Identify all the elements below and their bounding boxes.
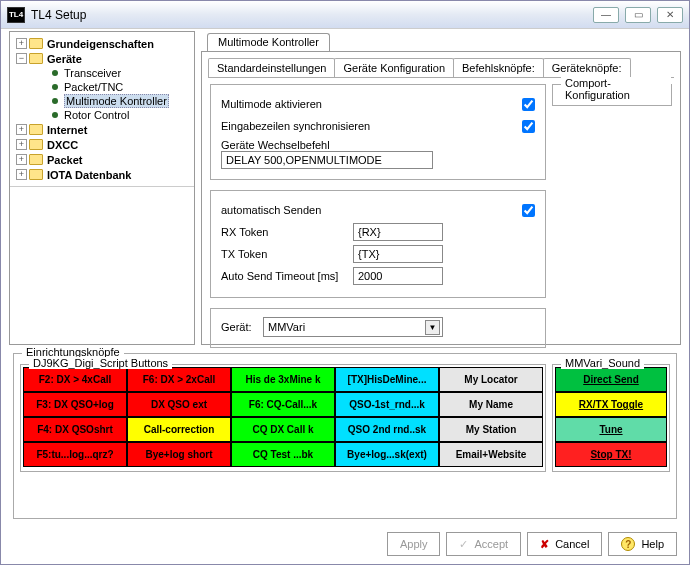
tree-label: Internet bbox=[47, 124, 87, 136]
macro-button[interactable]: Email+Website bbox=[439, 442, 543, 467]
setup-window: TL4 TL4 Setup — ▭ ✕ +Grundeigenschaften−… bbox=[0, 0, 690, 565]
apply-button[interactable]: Apply bbox=[387, 532, 441, 556]
minimize-button[interactable]: — bbox=[593, 7, 619, 23]
tx-label: TX Token bbox=[221, 248, 353, 260]
macro-button[interactable]: Bye+log...sk(ext) bbox=[335, 442, 439, 467]
macro-button[interactable]: F3: DX QSO+log bbox=[23, 392, 127, 417]
macro-button[interactable]: F6: DX > 2xCall bbox=[127, 367, 231, 392]
timeout-label: Auto Send Timeout [ms] bbox=[221, 270, 353, 282]
script-buttons-group: DJ9KG_Digi_Script Buttons F2: DX > 4xCal… bbox=[20, 364, 546, 472]
tree-label: Grundeigenschaften bbox=[47, 38, 154, 50]
activate-label: Multimode aktivieren bbox=[221, 98, 522, 110]
rx-label: RX Token bbox=[221, 226, 353, 238]
macro-button[interactable]: Call-correction bbox=[127, 417, 231, 442]
tree-node[interactable]: +Grundeigenschaften bbox=[12, 36, 192, 51]
macro-button[interactable]: F6: CQ-Call...k bbox=[231, 392, 335, 417]
tree-node[interactable]: +Packet bbox=[12, 152, 192, 167]
window-title: TL4 Setup bbox=[31, 8, 86, 22]
sound-button[interactable]: Direct Send bbox=[555, 367, 667, 392]
change-cmd-label: Geräte Wechselbefehl bbox=[221, 139, 535, 151]
tree-node[interactable]: +Internet bbox=[12, 122, 192, 137]
dialog-footer: Apply ✓ Accept ✘ Cancel ? Help bbox=[387, 532, 677, 556]
tree-child[interactable]: Transceiver bbox=[12, 66, 192, 80]
sound-button[interactable]: Stop TX! bbox=[555, 442, 667, 467]
tree-label: Rotor Control bbox=[64, 109, 129, 121]
macro-button[interactable]: F2: DX > 4xCall bbox=[23, 367, 127, 392]
script-buttons-legend: DJ9KG_Digi_Script Buttons bbox=[29, 357, 172, 369]
autosend-label: automatisch Senden bbox=[221, 204, 522, 216]
sound-legend: MMVari_Sound bbox=[561, 357, 644, 369]
cancel-button[interactable]: ✘ Cancel bbox=[527, 532, 602, 556]
macro-button[interactable]: His de 3xMine k bbox=[231, 367, 335, 392]
macro-button[interactable]: F4: DX QSOshrt bbox=[23, 417, 127, 442]
tree-node[interactable]: −Geräte bbox=[12, 51, 192, 66]
subtab[interactable]: Geräte Konfiguration bbox=[334, 58, 454, 77]
macro-button[interactable]: My Locator bbox=[439, 367, 543, 392]
expander-icon[interactable]: + bbox=[16, 154, 27, 165]
tree-child[interactable]: Multimode Kontroller bbox=[12, 94, 192, 108]
bullet-icon bbox=[52, 112, 58, 118]
tx-input[interactable] bbox=[353, 245, 443, 263]
tree-label: Geräte bbox=[47, 53, 82, 65]
subtab[interactable]: Standardeinstellungen bbox=[208, 58, 335, 77]
macro-button[interactable]: Bye+log short bbox=[127, 442, 231, 467]
change-cmd-input[interactable] bbox=[221, 151, 433, 169]
macro-button[interactable]: F5:tu...log...qrz? bbox=[23, 442, 127, 467]
subtab[interactable]: Geräteknöpfe: bbox=[543, 58, 631, 77]
device-select[interactable]: MMVari ▼ bbox=[263, 317, 443, 337]
macro-button[interactable]: DX QSO ext bbox=[127, 392, 231, 417]
tree-node[interactable]: +IOTA Datenbank bbox=[12, 167, 192, 182]
help-button[interactable]: ? Help bbox=[608, 532, 677, 556]
macro-button[interactable]: QSO-1st_rnd...k bbox=[335, 392, 439, 417]
question-icon: ? bbox=[621, 537, 635, 551]
outer-tab[interactable]: Multimode Kontroller bbox=[207, 33, 330, 51]
bullet-icon bbox=[52, 98, 58, 104]
close-button[interactable]: ✕ bbox=[657, 7, 683, 23]
sync-checkbox[interactable] bbox=[522, 120, 535, 133]
sound-button[interactable]: Tune bbox=[555, 417, 667, 442]
expander-icon[interactable]: + bbox=[16, 124, 27, 135]
bullet-icon bbox=[52, 84, 58, 90]
folder-icon bbox=[29, 154, 43, 165]
app-icon: TL4 bbox=[7, 7, 25, 23]
timeout-input[interactable] bbox=[353, 267, 443, 285]
folder-icon bbox=[29, 53, 43, 64]
macro-button[interactable]: My Station bbox=[439, 417, 543, 442]
bullet-icon bbox=[52, 70, 58, 76]
expander-icon[interactable]: + bbox=[16, 38, 27, 49]
device-value: MMVari bbox=[268, 321, 305, 333]
device-label: Gerät: bbox=[221, 321, 263, 333]
content-area: Multimode Kontroller Standardeinstellung… bbox=[201, 31, 681, 345]
folder-icon bbox=[29, 139, 43, 150]
maximize-button[interactable]: ▭ bbox=[625, 7, 651, 23]
folder-icon bbox=[29, 169, 43, 180]
tree-node[interactable]: +DXCC bbox=[12, 137, 192, 152]
autosend-checkbox[interactable] bbox=[522, 204, 535, 217]
tree-label: DXCC bbox=[47, 139, 78, 151]
rx-input[interactable] bbox=[353, 223, 443, 241]
tree-label: Multimode Kontroller bbox=[64, 94, 169, 108]
sound-group: MMVari_Sound Direct SendRX/TX ToggleTune… bbox=[552, 364, 670, 472]
macro-button[interactable]: CQ DX Call k bbox=[231, 417, 335, 442]
expander-icon[interactable]: − bbox=[16, 53, 27, 64]
macro-button[interactable]: [TX]HisDeMine... bbox=[335, 367, 439, 392]
einrichtungs-group: Einrichtungsknöpfe DJ9KG_Digi_Script But… bbox=[13, 353, 677, 519]
titlebar: TL4 TL4 Setup — ▭ ✕ bbox=[1, 1, 689, 29]
tree-child[interactable]: Rotor Control bbox=[12, 108, 192, 122]
tree-label: IOTA Datenbank bbox=[47, 169, 131, 181]
activate-checkbox[interactable] bbox=[522, 98, 535, 111]
sound-button[interactable]: RX/TX Toggle bbox=[555, 392, 667, 417]
macro-button[interactable]: CQ Test ...bk bbox=[231, 442, 335, 467]
tree-child[interactable]: Packet/TNC bbox=[12, 80, 192, 94]
expander-icon[interactable]: + bbox=[16, 139, 27, 150]
macro-button[interactable]: QSO 2nd rnd..sk bbox=[335, 417, 439, 442]
subtab[interactable]: Befehlsknöpfe: bbox=[453, 58, 544, 77]
tree-label: Packet bbox=[47, 154, 82, 166]
x-icon: ✘ bbox=[540, 538, 549, 551]
nav-tree[interactable]: +Grundeigenschaften−GeräteTransceiverPac… bbox=[9, 31, 195, 345]
expander-icon[interactable]: + bbox=[16, 169, 27, 180]
tree-label: Packet/TNC bbox=[64, 81, 123, 93]
macro-button[interactable]: My Name bbox=[439, 392, 543, 417]
accept-button[interactable]: ✓ Accept bbox=[446, 532, 521, 556]
tree-label: Transceiver bbox=[64, 67, 121, 79]
